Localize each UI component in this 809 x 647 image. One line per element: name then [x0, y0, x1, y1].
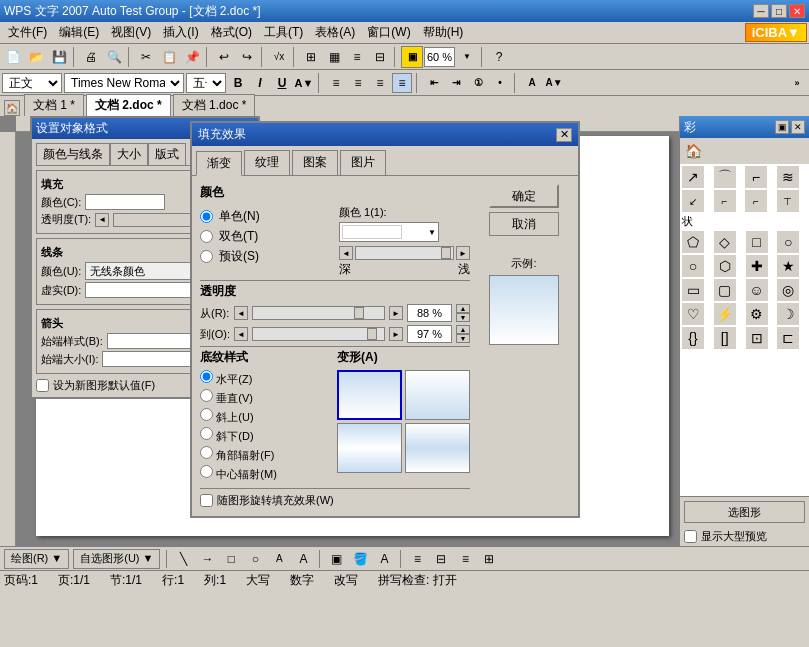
- cols-btn[interactable]: ⊟: [369, 46, 391, 68]
- table-btn[interactable]: ⊞: [300, 46, 322, 68]
- draw-align2-btn[interactable]: ⊟: [431, 549, 451, 569]
- fill-tab-gradient[interactable]: 渐变: [196, 151, 242, 176]
- shape-circle2[interactable]: ○: [682, 255, 704, 277]
- tab-doc2[interactable]: 文档 2.doc *: [86, 94, 171, 116]
- shape-ring[interactable]: ◎: [777, 279, 799, 301]
- color1-dropdown[interactable]: ▼: [339, 222, 439, 242]
- indent-dec-btn[interactable]: ⇤: [424, 73, 444, 93]
- menu-format[interactable]: 格式(O): [205, 22, 258, 43]
- draw-more-btn[interactable]: ≡: [455, 549, 475, 569]
- select-shapes-button[interactable]: 选图形: [684, 501, 805, 523]
- corner-radio[interactable]: [200, 446, 213, 459]
- horizontal-radio[interactable]: [200, 370, 213, 383]
- underline-btn[interactable]: U: [272, 73, 292, 93]
- shape-star[interactable]: ★: [777, 255, 799, 277]
- from-slider[interactable]: [252, 306, 385, 320]
- variant-2[interactable]: [405, 370, 470, 420]
- fill-ok-button[interactable]: 确定: [489, 184, 559, 208]
- shape-frame[interactable]: ⊡: [746, 327, 768, 349]
- shape-gear[interactable]: ⚙: [746, 303, 768, 325]
- tab-home-btn[interactable]: 🏠: [4, 100, 20, 116]
- panel-home-icon[interactable]: 🏠: [682, 140, 704, 162]
- fill-dialog-close[interactable]: ✕: [556, 128, 572, 142]
- draw-oval-btn[interactable]: ○: [245, 549, 265, 569]
- help-btn[interactable]: ?: [488, 46, 510, 68]
- shape-bracket[interactable]: []: [714, 327, 736, 349]
- shape-angle[interactable]: ⌐: [714, 190, 736, 212]
- menu-help[interactable]: 帮助(H): [417, 22, 470, 43]
- font-color2-btn[interactable]: A▼: [544, 73, 564, 93]
- justify-btn[interactable]: ≡: [392, 73, 412, 93]
- from-right-btn[interactable]: ►: [389, 306, 403, 320]
- to-slider[interactable]: [252, 327, 385, 341]
- deep-left-btn[interactable]: ◄: [339, 246, 353, 260]
- zoom-dropdown[interactable]: ▼: [456, 46, 478, 68]
- draw-3d-btn[interactable]: ▣: [326, 549, 346, 569]
- menu-file[interactable]: 文件(F): [2, 22, 53, 43]
- menu-tools[interactable]: 工具(T): [258, 22, 309, 43]
- shape-rounded[interactable]: ▢: [714, 279, 736, 301]
- show-preview-checkbox[interactable]: [684, 530, 697, 543]
- transparency-left-btn[interactable]: ◄: [95, 213, 109, 227]
- menu-edit[interactable]: 编辑(E): [53, 22, 105, 43]
- panel-close-btn[interactable]: ✕: [791, 120, 805, 134]
- variant-4[interactable]: [405, 423, 470, 473]
- fill-tab-pattern[interactable]: 图案: [292, 150, 338, 175]
- draw-fill-btn[interactable]: 🪣: [350, 549, 370, 569]
- variant-1[interactable]: [337, 370, 402, 420]
- shape-square[interactable]: □: [746, 231, 768, 253]
- shape-cross[interactable]: ✚: [746, 255, 768, 277]
- shape-hex[interactable]: ⬡: [714, 255, 736, 277]
- variant-3[interactable]: [337, 423, 402, 473]
- bullets-btn[interactable]: •: [490, 73, 510, 93]
- shape-diamond[interactable]: ◇: [714, 231, 736, 253]
- vertical-radio[interactable]: [200, 389, 213, 402]
- formula-btn[interactable]: √x: [268, 46, 290, 68]
- default-checkbox[interactable]: [36, 379, 49, 392]
- new-btn[interactable]: 📄: [2, 46, 24, 68]
- shape-t[interactable]: ⊤: [777, 190, 799, 212]
- align-center-btn[interactable]: ≡: [348, 73, 368, 93]
- to-up-btn[interactable]: ▲: [456, 325, 470, 334]
- draw-table-btn[interactable]: ⊞: [479, 549, 499, 569]
- panel-float-btn[interactable]: ▣: [775, 120, 789, 134]
- menu-insert[interactable]: 插入(I): [157, 22, 204, 43]
- shape-lightning[interactable]: ⚡: [714, 303, 736, 325]
- center-radio[interactable]: [200, 465, 213, 478]
- style-select[interactable]: 正文: [2, 73, 62, 93]
- shape-wavy[interactable]: ≋: [777, 166, 799, 188]
- draw-arrow-btn[interactable]: →: [197, 549, 217, 569]
- font-color-btn[interactable]: A▼: [294, 73, 314, 93]
- shape-brace[interactable]: {}: [682, 327, 704, 349]
- from-up-btn[interactable]: ▲: [456, 304, 470, 313]
- indent-inc-btn[interactable]: ⇥: [446, 73, 466, 93]
- shape-pent[interactable]: ⬠: [682, 231, 704, 253]
- to-left-btn[interactable]: ◄: [234, 327, 248, 341]
- menu-window[interactable]: 窗口(W): [361, 22, 416, 43]
- preview-btn[interactable]: 🔍: [103, 46, 125, 68]
- more-btn[interactable]: »: [787, 73, 807, 93]
- shape-misc[interactable]: ⊏: [777, 327, 799, 349]
- paste-btn[interactable]: 📌: [181, 46, 203, 68]
- cut-btn[interactable]: ✂: [135, 46, 157, 68]
- deep-right-btn[interactable]: ►: [456, 246, 470, 260]
- size-select[interactable]: 五号: [186, 73, 226, 93]
- draw-button[interactable]: 绘图(R) ▼: [4, 549, 69, 569]
- align-btn[interactable]: ≡: [346, 46, 368, 68]
- italic-btn[interactable]: I: [250, 73, 270, 93]
- fill-color-input[interactable]: [85, 194, 165, 210]
- fill-cancel-button[interactable]: 取消: [489, 212, 559, 236]
- numbering-btn[interactable]: ①: [468, 73, 488, 93]
- shape-corner[interactable]: ⌐: [745, 190, 767, 212]
- frame-btn[interactable]: ▣: [401, 46, 423, 68]
- rotate-checkbox[interactable]: [200, 494, 213, 507]
- to-right-btn[interactable]: ►: [389, 327, 403, 341]
- shape-moon[interactable]: ☽: [777, 303, 799, 325]
- highlight-btn[interactable]: A: [522, 73, 542, 93]
- zoom-box[interactable]: 60 %: [424, 47, 455, 67]
- draw-rect-btn[interactable]: □: [221, 549, 241, 569]
- shape-circle[interactable]: ○: [777, 231, 799, 253]
- shape-face[interactable]: ☺: [746, 279, 768, 301]
- shape-curve-1[interactable]: ⌒: [714, 166, 736, 188]
- format-tab-size[interactable]: 大小: [110, 143, 148, 165]
